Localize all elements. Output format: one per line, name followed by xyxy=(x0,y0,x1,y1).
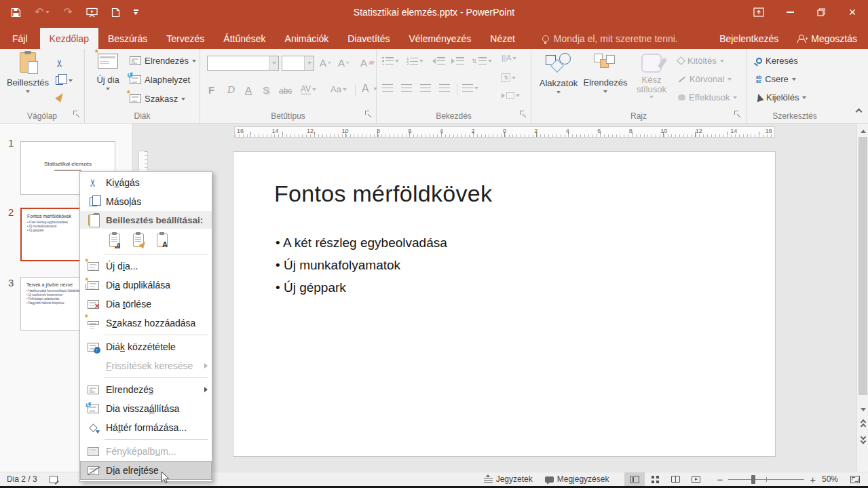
tell-me-box[interactable]: Mondja el, mit szeretne tenni. xyxy=(534,28,686,49)
share-label: Megosztás xyxy=(811,33,857,44)
paste-keep-text-only-icon[interactable]: A xyxy=(153,231,171,249)
section-button[interactable]: * Szakasz xyxy=(130,94,185,104)
menu-item-add-section[interactable]: * Szakasz hozzáadása xyxy=(80,314,212,333)
scroll-up-icon[interactable] xyxy=(857,125,868,137)
scroll-down-icon[interactable] xyxy=(857,403,868,415)
comments-button[interactable]: Megjegyzések xyxy=(539,472,616,487)
zoom-out-button[interactable]: − xyxy=(717,474,723,485)
menu-item-cut[interactable]: ✂ Kivágás xyxy=(80,173,212,192)
notes-icon xyxy=(484,478,493,484)
menu-paste-options-row: a A xyxy=(80,229,212,252)
customize-qat-icon[interactable] xyxy=(134,10,138,15)
replace-button[interactable]: abacCsere xyxy=(756,74,796,84)
format-painter-button[interactable] xyxy=(57,92,64,101)
cut-button[interactable]: ✂ xyxy=(56,57,64,69)
slide-sorter-view-button[interactable] xyxy=(645,472,665,487)
tab-review[interactable]: Véleményezés xyxy=(399,28,480,49)
bullets-icon xyxy=(385,57,394,64)
scrollbar-thumb[interactable] xyxy=(858,137,867,395)
menu-item-publish-slides[interactable]: ↑ Diák közzététele xyxy=(80,337,212,356)
menu-item-copy[interactable]: Másolás xyxy=(80,192,212,211)
spellcheck-button[interactable] xyxy=(43,472,64,487)
normal-view-button[interactable] xyxy=(624,472,645,487)
group-clipboard: Beillesztés ✂ Vágólap xyxy=(0,49,85,123)
sign-in-button[interactable]: Bejelentkezés xyxy=(711,28,787,49)
tab-transitions[interactable]: Áttűnések xyxy=(214,28,275,49)
italic-button: D xyxy=(227,84,235,96)
ruler-tick-label: 2 xyxy=(471,128,474,134)
menu-item-delete-slide[interactable]: × Dia törlése xyxy=(80,295,212,314)
save-icon[interactable] xyxy=(11,7,21,18)
decrease-indent-button xyxy=(432,57,445,64)
slideshow-view-button[interactable] xyxy=(685,472,706,487)
slideshow-icon xyxy=(692,476,700,483)
slide-canvas[interactable]: Fontos mérföldkövek A két részleg egybeo… xyxy=(233,151,776,457)
fit-to-window-button[interactable] xyxy=(844,472,868,487)
slide-title[interactable]: Fontos mérföldkövek xyxy=(274,181,492,207)
reading-view-button[interactable] xyxy=(665,472,685,487)
tab-home[interactable]: Kezdőlap xyxy=(40,28,98,49)
tab-insert[interactable]: Beszúrás xyxy=(98,28,157,49)
menu-item-new-slide[interactable]: * Új dia... xyxy=(80,257,212,276)
new-slide-button[interactable]: * Új dia xyxy=(90,54,126,90)
paste-button[interactable]: Beillesztés xyxy=(7,52,49,93)
tab-file[interactable]: Fájl xyxy=(0,28,40,49)
share-button[interactable]: + Megosztás xyxy=(787,28,868,49)
copy-button[interactable] xyxy=(56,76,73,85)
section-icon: * xyxy=(130,94,141,103)
tab-view[interactable]: Nézet xyxy=(480,28,525,49)
paragraph-dialog-launcher-icon[interactable] xyxy=(519,110,527,118)
previous-slide-icon[interactable] xyxy=(857,418,868,430)
minimize-icon[interactable] xyxy=(774,0,806,24)
collapse-ribbon-icon[interactable] xyxy=(856,106,861,116)
vertical-scrollbar[interactable] xyxy=(856,124,868,472)
line-spacing-button: ⇅ xyxy=(472,57,492,64)
layout-icon xyxy=(130,56,141,65)
ribbon-display-options-icon[interactable] xyxy=(743,0,774,24)
ruler-tick-label: 6 xyxy=(597,128,601,134)
clipboard-dialog-launcher-icon[interactable] xyxy=(73,110,81,118)
shape-effects-icon xyxy=(678,94,685,100)
menu-item-format-background[interactable]: Háttér formázása... xyxy=(80,418,212,437)
start-presentation-icon[interactable] xyxy=(86,7,98,18)
hide-slide-icon xyxy=(85,464,101,477)
notes-button[interactable]: Jegyzetek xyxy=(478,472,539,487)
group-drawing: Alakzatok Elrendezés Kész stílusok Kitöl… xyxy=(531,49,747,123)
align-right-icon xyxy=(420,84,431,92)
slide-indicator[interactable]: Dia 2 / 3 xyxy=(0,472,43,487)
menu-item-duplicate-slide[interactable]: * Dia duplikálása xyxy=(80,276,212,295)
font-dialog-launcher-icon[interactable] xyxy=(364,110,373,118)
tab-animations[interactable]: Animációk xyxy=(276,28,339,49)
ruler-tick-label: 16 xyxy=(237,128,244,134)
drawing-dialog-launcher-icon[interactable] xyxy=(734,110,742,118)
zoom-slider-handle[interactable] xyxy=(751,475,755,484)
paste-keep-source-formatting-icon[interactable] xyxy=(130,231,147,249)
arrange-button[interactable]: Elrendezés xyxy=(583,54,628,93)
menu-item-hide-slide[interactable]: Dia elrejtése xyxy=(80,461,212,480)
ruler-tick-label: 8 xyxy=(377,128,380,134)
restore-icon[interactable] xyxy=(806,0,837,24)
publish-slides-icon: ↑ xyxy=(85,340,101,354)
select-button[interactable]: Kijelölés xyxy=(756,92,806,102)
find-button[interactable]: Keresés xyxy=(756,56,798,66)
ruler-tick-label: 4 xyxy=(440,128,443,134)
tab-design[interactable]: Tervezés xyxy=(157,28,214,49)
reset-button[interactable]: ↺ Alaphelyzet xyxy=(130,75,190,85)
paste-destination-theme-icon[interactable]: a xyxy=(106,231,124,249)
menu-item-layout[interactable]: Elrendezés xyxy=(80,380,212,399)
font-size-combobox[interactable] xyxy=(282,56,314,71)
layout-button[interactable]: Elrendezés xyxy=(130,56,196,66)
zoom-slider[interactable] xyxy=(728,479,804,480)
cut-icon: ✂ xyxy=(54,59,66,68)
new-file-icon[interactable] xyxy=(111,7,120,18)
zoom-level[interactable]: 50% xyxy=(816,472,844,487)
tab-slideshow[interactable]: Diavetítés xyxy=(338,28,399,49)
font-name-combobox[interactable] xyxy=(207,56,279,71)
slide-body-text[interactable]: A két részleg egybeolvadása Új munkafoly… xyxy=(276,231,447,299)
menu-item-reset-slide[interactable]: ↺ Dia visszaállítása xyxy=(80,399,212,418)
next-slide-icon[interactable] xyxy=(857,433,868,445)
close-icon[interactable]: × xyxy=(837,0,868,24)
zoom-in-button[interactable]: + xyxy=(810,474,816,485)
shapes-button[interactable]: Alakzatok xyxy=(537,53,580,94)
align-right-button xyxy=(420,84,431,92)
